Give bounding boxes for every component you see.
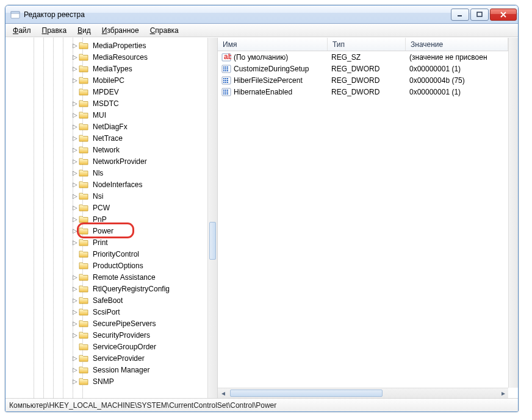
tree-node[interactable]: ▷Network: [5, 144, 207, 155]
tree-node[interactable]: ▷SecurePipeServers: [5, 318, 207, 329]
value-row[interactable]: (По умолчанию)REG_SZ(значение не присвое…: [218, 51, 508, 63]
menu-edit[interactable]: Правка: [37, 25, 72, 36]
value-row[interactable]: HibernateEnabledREG_DWORD0x00000001 (1): [218, 86, 508, 98]
tree-node[interactable]: ▷Remote Assistance: [5, 271, 207, 283]
tree-node[interactable]: ▷ScsiPort: [5, 306, 207, 318]
tree-node[interactable]: ▷PCW: [5, 202, 207, 213]
tree-node[interactable]: ▷MUI: [5, 109, 207, 121]
tree-node[interactable]: ▷MPDEV: [5, 86, 207, 98]
expand-caret-icon[interactable]: ▷: [71, 169, 79, 176]
registry-editor-window: Редактор реестра Файл Правка Вид Избранн…: [5, 5, 519, 412]
tree-node[interactable]: ▷PriorityControl: [5, 248, 207, 260]
scroll-right-icon[interactable]: ▸: [498, 388, 508, 398]
scrollbar-thumb[interactable]: [209, 222, 216, 260]
value-name-cell: HiberFileSizePercent: [218, 76, 328, 85]
expand-caret-icon[interactable]: ▷: [71, 146, 79, 153]
expand-caret-icon[interactable]: ▷: [71, 355, 79, 361]
tree-node-label: NetworkProvider: [91, 157, 149, 166]
expand-caret-icon[interactable]: ▷: [71, 297, 79, 304]
expand-caret-icon[interactable]: ▷: [71, 181, 79, 188]
expand-caret-icon[interactable]: ▷: [71, 378, 79, 385]
expand-caret-icon[interactable]: ▷: [71, 274, 79, 280]
menu-file[interactable]: Файл: [8, 25, 36, 36]
values-vscrollbar[interactable]: [508, 38, 518, 388]
value-row[interactable]: CustomizeDuringSetupREG_DWORD0x00000001 …: [218, 63, 508, 74]
expand-caret-icon[interactable]: ▷: [71, 54, 79, 60]
tree-view[interactable]: ▷MediaProperties▷MediaResources▷MediaTyp…: [5, 38, 207, 398]
folder-icon: [79, 308, 88, 316]
tree-node[interactable]: ▷NetTrace: [5, 132, 207, 144]
expand-caret-icon[interactable]: ▷: [71, 100, 79, 107]
tree-node[interactable]: ▷Power: [5, 225, 207, 237]
tree-node-label: RtlQueryRegistryConfig: [91, 284, 171, 294]
folder-icon: [79, 215, 88, 223]
tree-node[interactable]: ▷Nsi: [5, 190, 207, 202]
tree-node[interactable]: ▷Print: [5, 237, 207, 248]
tree-node[interactable]: ▷NodeInterfaces: [5, 179, 207, 190]
close-button[interactable]: [490, 9, 517, 21]
tree-node-label: Power: [91, 226, 115, 236]
maximize-button[interactable]: [470, 9, 489, 21]
column-value[interactable]: Значение: [406, 38, 508, 51]
expand-caret-icon[interactable]: ▷: [71, 366, 79, 373]
tree-node[interactable]: ▷MobilePC: [5, 74, 207, 86]
expand-caret-icon[interactable]: ▷: [71, 77, 79, 84]
menu-view[interactable]: Вид: [73, 25, 96, 36]
tree-node[interactable]: ▷ServiceGroupOrder: [5, 341, 207, 352]
values-list[interactable]: (По умолчанию)REG_SZ(значение не присвое…: [218, 51, 518, 398]
folder-icon: [79, 377, 88, 385]
expand-caret-icon[interactable]: ▷: [71, 320, 79, 327]
expand-caret-icon[interactable]: ▷: [71, 123, 79, 130]
expand-caret-icon[interactable]: ▷: [71, 135, 79, 141]
value-row[interactable]: HiberFileSizePercentREG_DWORD0x0000004b …: [218, 74, 508, 86]
folder-icon: [79, 319, 88, 327]
tree-node[interactable]: ▷SafeBoot: [5, 294, 207, 306]
menu-favorites[interactable]: Избранное: [97, 25, 144, 36]
dword-value-icon: [221, 76, 231, 85]
expand-caret-icon[interactable]: ▷: [71, 308, 79, 315]
column-name[interactable]: Имя: [218, 38, 328, 51]
column-type[interactable]: Тип: [328, 38, 406, 51]
tree-node[interactable]: ▷ProductOptions: [5, 260, 207, 271]
expand-caret-icon[interactable]: ▷: [71, 65, 79, 72]
expand-caret-icon[interactable]: ▷: [71, 239, 79, 246]
expand-caret-icon[interactable]: ▷: [71, 332, 79, 338]
tree-node-label: MediaTypes: [91, 64, 134, 74]
expand-caret-icon[interactable]: ▷: [71, 112, 79, 118]
tree-node[interactable]: ▷MediaResources: [5, 51, 207, 63]
menu-help[interactable]: Справка: [145, 25, 184, 36]
expand-caret-icon[interactable]: ▷: [71, 216, 79, 222]
tree-node[interactable]: ▷RtlQueryRegistryConfig: [5, 283, 207, 294]
minimize-button[interactable]: [451, 9, 469, 21]
tree-node[interactable]: ▷SecurityProviders: [5, 329, 207, 341]
tree-node[interactable]: ▷NetworkProvider: [5, 155, 207, 167]
tree-node[interactable]: ▷Nls: [5, 167, 207, 179]
tree-node[interactable]: ▷MediaTypes: [5, 63, 207, 74]
folder-icon: [79, 238, 88, 246]
expand-caret-icon[interactable]: ▷: [71, 227, 79, 234]
expand-caret-icon[interactable]: ▷: [71, 193, 79, 199]
app-icon: [10, 10, 20, 20]
expand-caret-icon[interactable]: ▷: [71, 204, 79, 211]
scroll-left-icon[interactable]: ◂: [218, 388, 228, 398]
expand-caret-icon[interactable]: ▷: [71, 158, 79, 165]
title-bar[interactable]: Редактор реестра: [5, 5, 518, 24]
tree-node-label: MediaProperties: [91, 41, 148, 51]
tree-node[interactable]: ▷ServiceProvider: [5, 352, 207, 364]
expand-caret-icon[interactable]: ▷: [71, 42, 79, 49]
tree-node-label: Nls: [91, 168, 105, 178]
tree-node-label: ProductOptions: [91, 261, 145, 271]
values-hscrollbar[interactable]: ◂ ▸: [218, 388, 508, 398]
value-data-cell: 0x0000004b (75): [406, 76, 508, 85]
tree-node[interactable]: ▷PnP: [5, 213, 207, 225]
folder-icon: [79, 88, 88, 96]
expand-caret-icon[interactable]: ▷: [71, 285, 79, 292]
tree-scrollbar[interactable]: [207, 38, 217, 398]
tree-node-label: ServiceGroupOrder: [91, 342, 158, 352]
tree-node[interactable]: ▷NetDiagFx: [5, 121, 207, 132]
tree-node[interactable]: ▷MSDTC: [5, 98, 207, 109]
tree-node[interactable]: ▷SNMP: [5, 376, 207, 387]
tree-node[interactable]: ▷MediaProperties: [5, 40, 207, 51]
hscroll-thumb[interactable]: [230, 390, 383, 397]
tree-node[interactable]: ▷Session Manager: [5, 364, 207, 376]
